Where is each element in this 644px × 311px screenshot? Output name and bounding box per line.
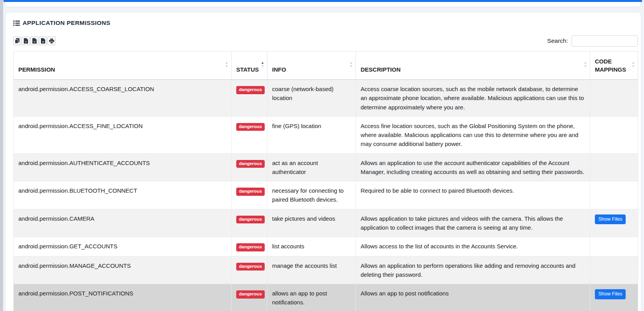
- code-mappings-cell: [590, 237, 638, 257]
- status-cell: dangerous: [232, 256, 267, 284]
- permission-cell: android.permission.MANAGE_ACCOUNTS: [14, 256, 232, 284]
- status-badge: dangerous: [236, 123, 265, 131]
- window-edge: [0, 0, 3, 311]
- code-mappings-cell: [590, 181, 638, 209]
- info-cell: manage the accounts list: [267, 256, 356, 284]
- description-cell: Access fine location sources, such as th…: [356, 116, 590, 153]
- description-cell: Allows an application to use the account…: [356, 153, 590, 181]
- description-cell: Required to be able to connect to paired…: [356, 181, 590, 209]
- table-row: android.permission.ACCESS_FINE_LOCATION …: [14, 116, 638, 153]
- table-header-row: PERMISSION ▲▼ STATUS ▲▼ INFO ▲▼ DESCRIPT…: [14, 51, 638, 80]
- permission-cell: android.permission.AUTHENTICATE_ACCOUNTS: [14, 153, 232, 181]
- description-cell: Access coarse location sources, such as …: [356, 80, 590, 117]
- export-button-group: c x p: [13, 37, 55, 45]
- info-cell: take pictures and videos: [267, 209, 356, 237]
- code-mappings-cell: [590, 256, 638, 284]
- code-mappings-cell: Show Files: [590, 209, 638, 237]
- status-badge: dangerous: [236, 243, 265, 251]
- csv-export-button[interactable]: c: [22, 37, 30, 45]
- info-cell: list accounts: [267, 237, 356, 257]
- info-cell: coarse (network-based) location: [267, 80, 356, 117]
- info-cell: allows an app to post notifications.: [267, 284, 356, 311]
- column-label: DESCRIPTION: [361, 66, 401, 73]
- sort-icons: ▲▼: [225, 61, 228, 68]
- table-row: android.permission.CAMERA dangerous take…: [14, 209, 638, 237]
- toolbar: c x p: [13, 35, 638, 47]
- show-files-button[interactable]: Show Files: [595, 214, 626, 225]
- permission-cell: android.permission.ACCESS_FINE_LOCATION: [14, 116, 232, 153]
- description-cell: Allows an app to post notifications: [356, 284, 590, 311]
- section-title: APPLICATION PERMISSIONS: [23, 19, 110, 26]
- sort-icons: ▲▼: [632, 61, 635, 68]
- excel-export-button[interactable]: x: [30, 37, 38, 45]
- file-pdf-icon: p: [41, 38, 45, 44]
- description-cell: Allows application to take pictures and …: [356, 209, 590, 237]
- status-badge: dangerous: [236, 160, 265, 168]
- column-header-permission[interactable]: PERMISSION ▲▼: [14, 51, 232, 80]
- info-cell: act as an account authenticator: [267, 153, 356, 181]
- status-badge: dangerous: [236, 86, 265, 94]
- copy-button[interactable]: [13, 37, 21, 45]
- application-permissions-card: APPLICATION PERMISSIONS: [5, 12, 641, 311]
- code-mappings-cell: [590, 80, 638, 117]
- column-header-description[interactable]: DESCRIPTION ▲▼: [356, 51, 590, 80]
- pdf-export-button[interactable]: p: [39, 37, 47, 45]
- sort-asc-icon: ▲▼: [261, 61, 264, 68]
- print-icon: [49, 39, 54, 44]
- permission-cell: android.permission.BLUETOOTH_CONNECT: [14, 181, 232, 209]
- column-label: STATUS: [236, 66, 259, 73]
- status-badge: dangerous: [236, 188, 265, 196]
- code-mappings-cell: [590, 116, 638, 153]
- sort-icons: ▲▼: [349, 61, 353, 68]
- column-label: INFO: [272, 66, 286, 73]
- table-row: android.permission.MANAGE_ACCOUNTS dange…: [14, 256, 638, 284]
- status-badge: dangerous: [236, 263, 265, 271]
- column-header-status[interactable]: STATUS ▲▼: [232, 51, 267, 80]
- status-cell: dangerous: [232, 116, 267, 153]
- table-row: android.permission.GET_ACCOUNTS dangerou…: [14, 237, 638, 257]
- svg-text:p: p: [42, 40, 44, 43]
- sort-icons: ▲▼: [584, 61, 587, 68]
- permission-cell: android.permission.GET_ACCOUNTS: [14, 237, 232, 257]
- table-row: android.permission.BLUETOOTH_CONNECT dan…: [14, 181, 638, 209]
- list-icon: [13, 20, 20, 26]
- file-excel-icon: x: [32, 38, 37, 44]
- top-accent-bar: [4, 0, 642, 2]
- table-row-hovered: android.permission.POST_NOTIFICATIONS da…: [14, 284, 638, 311]
- application-permissions-table: PERMISSION ▲▼ STATUS ▲▼ INFO ▲▼ DESCRIPT…: [13, 51, 638, 311]
- table-row: android.permission.ACCESS_COARSE_LOCATIO…: [14, 80, 638, 117]
- column-label: PERMISSION: [18, 66, 55, 73]
- card-title-row: APPLICATION PERMISSIONS: [13, 19, 641, 27]
- status-cell: dangerous: [232, 80, 267, 117]
- description-cell: Allows access to the list of accounts in…: [356, 237, 590, 257]
- search-input[interactable]: [571, 35, 638, 47]
- status-cell: dangerous: [232, 153, 267, 181]
- column-header-info[interactable]: INFO ▲▼: [267, 51, 356, 80]
- column-header-code-mappings[interactable]: CODE MAPPINGS ▲▼: [590, 51, 638, 80]
- permission-cell: android.permission.CAMERA: [14, 209, 232, 237]
- file-csv-icon: c: [24, 38, 28, 44]
- search-label: Search:: [547, 37, 568, 44]
- description-cell: Allows an application to perform operati…: [356, 256, 590, 284]
- status-badge: dangerous: [236, 290, 265, 299]
- page: APPLICATION PERMISSIONS: [0, 0, 644, 311]
- search-area: Search:: [547, 35, 638, 47]
- info-cell: fine (GPS) location: [267, 116, 356, 153]
- status-badge: dangerous: [236, 216, 265, 224]
- code-mappings-cell: Show Files: [590, 284, 638, 311]
- status-cell: dangerous: [232, 181, 267, 209]
- status-cell: dangerous: [232, 284, 267, 311]
- code-mappings-cell: [590, 153, 638, 181]
- permission-cell: android.permission.POST_NOTIFICATIONS: [14, 284, 232, 311]
- table-row: android.permission.AUTHENTICATE_ACCOUNTS…: [14, 153, 638, 181]
- column-label: CODE MAPPINGS: [595, 58, 626, 73]
- status-cell: dangerous: [232, 237, 267, 257]
- show-files-button[interactable]: Show Files: [595, 289, 626, 299]
- info-cell: necessary for connecting to paired Bluet…: [267, 181, 356, 209]
- permission-cell: android.permission.ACCESS_COARSE_LOCATIO…: [14, 80, 232, 117]
- status-cell: dangerous: [232, 209, 267, 237]
- print-button[interactable]: [48, 37, 55, 45]
- copy-icon: [15, 38, 19, 44]
